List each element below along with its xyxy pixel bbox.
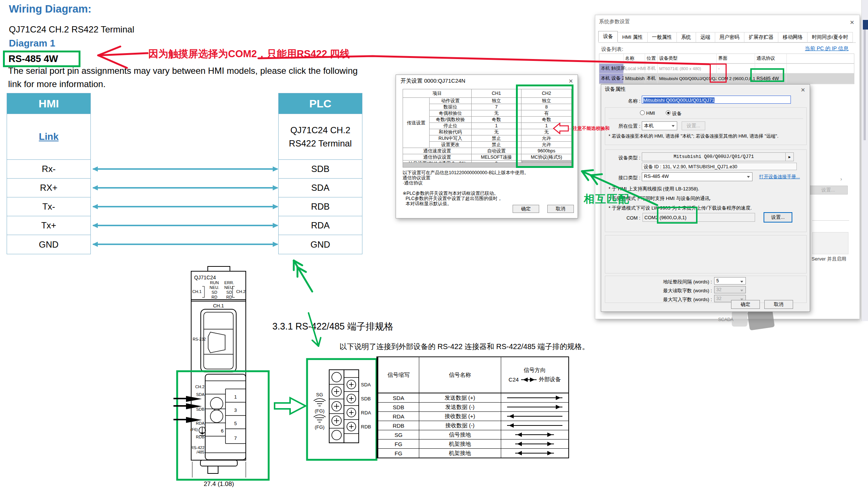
rs232-label: RS-232 — [193, 337, 206, 341]
svg-text:7: 7 — [234, 435, 237, 441]
cancel-button[interactable]: 取消 — [547, 205, 574, 213]
device-radio[interactable] — [666, 110, 671, 115]
svg-text:(F6): (F6) — [190, 427, 198, 432]
mode-label-box: RS-485 4W — [3, 51, 80, 67]
scada-graphic: SCADA — [703, 309, 777, 331]
tab-cellular[interactable]: 移动网络 — [778, 32, 807, 42]
plc-pin: RDB — [279, 197, 362, 216]
iface-select[interactable]: RS-485 4W — [642, 172, 752, 181]
module-dimension-label: 27.4 (1.08) — [204, 480, 234, 487]
match-note: 相互匹配 — [584, 192, 630, 207]
svg-text:1: 1 — [234, 394, 237, 400]
cancel-button[interactable]: 取消 — [764, 300, 793, 309]
signal-row: FG 机架接地 — [378, 448, 568, 458]
svg-text:RDA: RDA — [196, 421, 205, 425]
device-list-label: 设备列表: — [601, 46, 623, 53]
svg-text:RS-422: RS-422 — [191, 445, 204, 450]
max-write-label: 最大写入字数 (words) : — [631, 296, 712, 303]
svg-text:/485: /485 — [197, 450, 204, 454]
tab-password[interactable]: 用户密码 — [715, 32, 744, 42]
svg-text:SDB: SDB — [196, 407, 204, 411]
location-settings-button[interactable]: 设置... — [682, 121, 705, 130]
tab-system[interactable]: 系统 — [677, 32, 696, 42]
svg-text:ERR.: ERR. — [224, 280, 234, 285]
device-row-hmi[interactable]: 本机 触摸屏 Local HMI 本机 MT6071iE (800 x 480)… — [599, 64, 854, 73]
green-arrow-terminal-table — [294, 261, 312, 292]
location-select[interactable]: 本机 — [642, 121, 677, 130]
svg-text:RDA: RDA — [361, 410, 371, 416]
prop-note1: * 于 HMI 上支持离线模拟 (使用 LB-12358). — [609, 186, 699, 192]
prop-dialog-title: 设备属性 — [601, 85, 810, 94]
signal-col-abbr: 信号缩写 — [378, 357, 419, 393]
close-icon[interactable]: ✕ — [568, 78, 573, 84]
empty-group — [605, 235, 807, 273]
close-icon[interactable]: ✕ — [800, 87, 805, 93]
chevron-right-icon[interactable]: › — [840, 176, 842, 182]
play-icon: ▸ — [788, 154, 790, 159]
rs485-highlight-box — [750, 68, 784, 82]
svg-text:5: 5 — [234, 421, 237, 426]
svg-text:CH.1: CH.1 — [192, 289, 202, 294]
svg-text:RD: RD — [211, 295, 217, 299]
wire-arrow-icon — [93, 168, 278, 170]
settings-button-partial[interactable]: 设置... — [809, 186, 848, 194]
interval-select[interactable]: 5 — [714, 277, 746, 285]
tab-device[interactable]: 设备 — [598, 31, 618, 42]
pc-ip-link[interactable]: 当前 PC 的 IP 信息 — [805, 45, 848, 52]
tab-remote[interactable]: 远端 — [696, 32, 715, 42]
ok-button[interactable]: 确定 — [513, 205, 539, 213]
hmi-column: HMI Link Rx- RX+ Tx- Tx+ GND — [7, 93, 91, 254]
tab-hmi-props[interactable]: HMI 属性 — [618, 32, 648, 42]
mode-label: RS-485 4W — [5, 53, 58, 65]
device-radio-label: 设备 — [672, 110, 682, 117]
ok-button[interactable]: 确定 — [731, 300, 760, 309]
interval-label: 地址整段间隔 (words) : — [631, 279, 712, 285]
tab-time-sync[interactable]: 时间同步/夏令时 — [807, 32, 853, 42]
com-settings-button[interactable]: 设置... — [764, 212, 792, 223]
section-description: 以下说明了连接到外部设备的 RS-422 连接器和 RS-422/485 端子排… — [340, 342, 589, 352]
plc-pin: RDA — [279, 216, 362, 235]
name-input[interactable]: Mitsubishi Q00/Q00UJ/Q01/QJ71 — [642, 96, 791, 104]
svg-text:SDA: SDA — [361, 382, 371, 387]
hmi-pin: Tx- — [7, 197, 90, 216]
right-arrow-icon — [507, 407, 562, 407]
server-text: Server 并且启用 — [812, 256, 846, 262]
hmi-link[interactable]: Link — [39, 131, 58, 142]
hmi-radio[interactable] — [640, 110, 645, 115]
module-model-label: QJ71C24 — [194, 275, 216, 280]
device-type-more-button[interactable]: ▸ — [786, 152, 794, 161]
svg-text:(FG): (FG) — [315, 408, 325, 414]
device-row-plc[interactable]: 本机 设备 2 Mitsubish... 本机 Mitsubishi Q00/Q… — [599, 73, 854, 84]
signal-row: FG 机架接地 — [378, 439, 568, 448]
tab-bar: 设备 HMI 属性 一般属性 系统 远端 用户密码 扩展存贮器 移动网络 时间同… — [598, 31, 856, 43]
tab-ext-memory[interactable]: 扩展存贮器 — [744, 32, 779, 42]
hmi-pin: RX+ — [7, 179, 90, 197]
close-icon[interactable]: ✕ — [850, 20, 854, 25]
ground-icon — [314, 399, 326, 406]
both-arrow-icon — [515, 444, 554, 444]
iface-label: 接口类型 : — [605, 175, 640, 181]
signal-col-name: 信号名称 — [419, 357, 501, 393]
svg-text:CH.2: CH.2 — [236, 289, 245, 294]
hmi-pin: GND — [7, 235, 90, 254]
name-label: 名称 : — [609, 98, 640, 104]
com2-highlight-box — [710, 63, 727, 83]
signal-row: RDA 接收数据 (+) — [378, 411, 568, 421]
scrollbar-thumb[interactable] — [864, 30, 866, 140]
tab-general[interactable]: 一般属性 — [648, 32, 677, 42]
svg-text:SD: SD — [211, 290, 217, 294]
device-type-button[interactable]: Mitsubishi Q00/Q00UJ/Q01/QJ71 — [642, 152, 786, 161]
hmi-pin: Rx- — [7, 160, 90, 179]
red-annotation-text: 因为触摸屏选择为COM2，只能用RS422 四线 — [148, 47, 350, 61]
right-arrow-icon — [507, 397, 562, 398]
partial-panel — [812, 232, 848, 254]
wire-arrow-icon — [93, 244, 278, 245]
sys-dialog-title: 系统参数设置 — [595, 15, 860, 28]
com-param-highlight-box — [657, 207, 698, 224]
manual-link[interactable]: 打开设备连接手册... — [759, 174, 800, 180]
svg-text:CH.2: CH.2 — [195, 385, 204, 389]
ground-icon — [314, 415, 326, 422]
device-id-box: 设备 ID : 131, V.2.90, MITSUBISHI_QJ71.e30 — [642, 163, 797, 170]
hmi-radio-label: HMI — [646, 110, 655, 116]
device-properties-dialog: 设备属性 ✕ 名称 : Mitsubishi Q00/Q00UJ/Q01/QJ7… — [601, 84, 810, 312]
